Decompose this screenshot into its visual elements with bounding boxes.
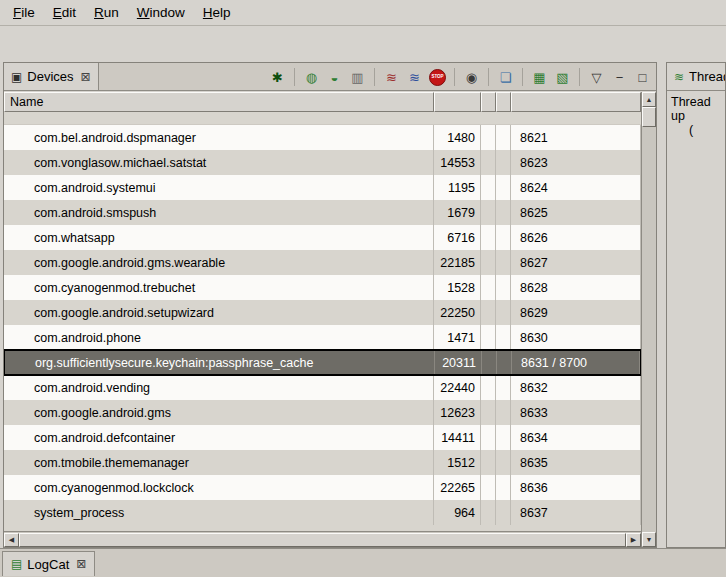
method-tracing-icon[interactable]: ▧ [552,67,573,88]
process-status-cell [497,351,512,374]
vertical-scroll-thumb[interactable] [642,107,656,127]
process-status-cell [481,500,496,525]
process-row[interactable]: com.tmobile.thememanager15128635 [4,450,641,475]
process-name: com.vonglasow.michael.satstat [4,150,434,175]
column-header-status2[interactable] [496,92,511,112]
ddms-window: FileEditRunWindowHelp ▣ Devices ⊠ ✱◍◒▥≋≋… [0,0,726,577]
process-row[interactable]: com.cyanogenmod.trebuchet15288628 [4,275,641,300]
process-port: 8637 [511,500,641,525]
process-port: 8629 [511,300,641,325]
process-name: com.cyanogenmod.trebuchet [4,275,434,300]
process-status-cell [481,325,496,350]
process-status-cell [481,275,496,300]
scroll-up-icon[interactable]: ▲ [642,92,656,107]
process-name: com.android.phone [4,325,434,350]
process-pid: 22440 [434,375,481,400]
pane-sash[interactable] [657,62,666,548]
dump-view-hierarchy-icon[interactable]: ❏ [495,67,516,88]
process-pid: 22250 [434,300,481,325]
process-name: com.google.android.gms [4,400,434,425]
process-pid: 1679 [434,200,481,225]
process-port: 8630 [511,325,641,350]
tab-threads[interactable]: ≋ Threads [667,63,726,90]
start-method-profiling-icon[interactable]: ≋ [404,67,425,88]
process-row[interactable]: com.cyanogenmod.lockclock222658636 [4,475,641,500]
process-name: com.google.android.setupwizard [4,300,434,325]
minimize-icon[interactable]: − [609,67,630,88]
process-name: com.android.smspush [4,200,434,225]
process-port: 8623 [511,150,641,175]
view-menu-icon[interactable]: ▽ [586,67,607,88]
debug-process-icon[interactable]: ✱ [267,67,288,88]
process-pid: 1471 [434,325,481,350]
dump-hprof-icon[interactable]: ◒ [324,67,345,88]
tab-logcat[interactable]: ▤ LogCat ⊠ [2,551,95,576]
process-pid: 22265 [434,475,481,500]
scroll-down-icon[interactable]: ▼ [642,532,656,547]
column-header-pid[interactable] [434,92,481,112]
process-name: org.sufficientlysecure.keychain:passphra… [5,351,435,374]
cause-gc-icon[interactable]: ▥ [347,67,368,88]
logcat-icon: ▤ [11,558,22,570]
process-row[interactable]: com.android.smspush16798625 [4,200,641,225]
process-port: 8631 / 8700 [512,351,640,374]
scroll-right-icon[interactable]: ▶ [626,533,641,547]
menu-file[interactable]: File [4,1,44,24]
menu-edit[interactable]: Edit [44,1,85,24]
tab-devices[interactable]: ▣ Devices ⊠ [4,63,99,90]
update-heap-icon[interactable]: ◍ [301,67,322,88]
process-name: com.cyanogenmod.lockclock [4,475,434,500]
process-status-cell [481,225,496,250]
process-port: 8636 [511,475,641,500]
process-row[interactable]: com.vonglasow.michael.satstat145538623 [4,150,641,175]
toolbar-separator [579,68,580,86]
close-icon[interactable]: ⊠ [76,557,86,571]
process-name: com.tmobile.thememanager [4,450,434,475]
process-row[interactable]: com.bel.android.dspmanager14808621 [4,125,641,150]
process-row[interactable]: com.google.android.gms126238633 [4,400,641,425]
process-row[interactable]: system_process9648637 [4,500,641,525]
scroll-left-icon[interactable]: ◀ [4,533,19,547]
menu-window[interactable]: Window [128,1,194,24]
process-row[interactable]: com.android.phone14718630 [4,325,641,350]
process-pid: 22185 [434,250,481,275]
table-header: Name [4,92,641,112]
vertical-scrollbar[interactable]: ▲ ▼ [641,92,656,547]
process-status-cell [496,450,511,475]
menu-help[interactable]: Help [194,1,240,24]
threads-message-line2: ( [671,123,721,137]
process-status-cell [496,500,511,525]
stop-process-icon[interactable]: STOP [429,69,446,86]
process-port: 8632 [511,375,641,400]
process-row[interactable]: com.android.systemui11958624 [4,175,641,200]
process-port: 8625 [511,200,641,225]
horizontal-scrollbar[interactable]: ◀ ▶ [4,531,641,547]
close-icon[interactable]: ⊠ [81,70,91,84]
process-row[interactable]: com.whatsapp67168626 [4,225,641,250]
process-pid: 14553 [434,150,481,175]
devices-toolbar: ✱◍◒▥≋≋STOP◉❏▦▧▽−□ [267,66,653,88]
menu-run[interactable]: Run [85,1,128,24]
process-name: com.google.android.gms.wearable [4,250,434,275]
process-row[interactable]: com.android.defcontainer144118634 [4,425,641,450]
process-pid: 1512 [434,450,481,475]
logcat-tabbar: ▤ LogCat ⊠ [0,548,726,577]
process-pid: 1195 [434,175,481,200]
process-status-cell [496,275,511,300]
column-header-name[interactable]: Name [4,92,434,112]
toolbar-separator [454,68,455,86]
process-row[interactable]: com.google.android.setupwizard222508629 [4,300,641,325]
update-threads-icon[interactable]: ≋ [381,67,402,88]
process-status-cell [496,125,511,150]
process-row[interactable]: com.google.android.gms.wearable221858627 [4,250,641,275]
process-name: system_process [4,500,434,525]
process-status-cell [481,400,496,425]
screen-capture-icon[interactable]: ◉ [461,67,482,88]
column-header-status1[interactable] [481,92,496,112]
process-row[interactable]: com.android.vending224408632 [4,375,641,400]
process-row[interactable]: org.sufficientlysecure.keychain:passphra… [4,349,641,376]
horizontal-scroll-thumb[interactable] [19,533,626,547]
capture-system-data-icon[interactable]: ▦ [529,67,550,88]
column-header-port[interactable] [511,92,641,112]
maximize-icon[interactable]: □ [632,67,653,88]
